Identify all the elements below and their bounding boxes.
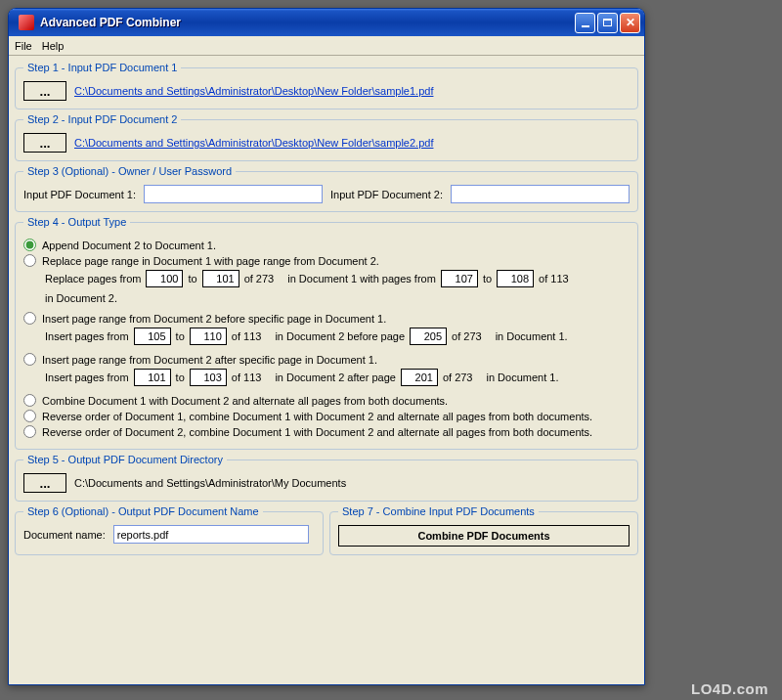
- radio-alternate[interactable]: [23, 394, 36, 407]
- step3-group: Step 3 (Optional) - Owner / User Passwor…: [15, 165, 638, 212]
- radio-reverse2-label: Reverse order of Document 2, combine Doc…: [42, 426, 592, 438]
- radio-reverse1-label: Reverse order of Document 1, combine Doc…: [42, 411, 592, 422]
- step5-path: C:\Documents and Settings\Administrator\…: [74, 477, 346, 489]
- window-title: Advanced PDF Combiner: [40, 16, 575, 29]
- ib-of2: of 273: [452, 330, 482, 342]
- step5-group: Step 5 - Output PDF Document Directory .…: [15, 454, 638, 502]
- radio-reverse2[interactable]: [23, 425, 36, 438]
- ia-mid: in Document 2 after page: [275, 372, 396, 383]
- step3-label1: Input PDF Document 1:: [23, 189, 136, 200]
- step6-group: Step 6 (Optional) - Output PDF Document …: [15, 505, 324, 555]
- step3-label2: Input PDF Document 2:: [330, 189, 443, 200]
- replace-prefix: Replace pages from: [45, 273, 141, 284]
- ia-from-input[interactable]: [134, 369, 171, 386]
- ib-page-input[interactable]: [410, 328, 447, 345]
- ia-of1: of 113: [232, 372, 262, 383]
- replace-from1-input[interactable]: [146, 270, 183, 287]
- replace-tail: in Document 2.: [45, 292, 117, 304]
- step7-legend: Step 7 - Combine Input PDF Documents: [338, 505, 539, 517]
- watermark: LO4D.com: [691, 680, 768, 697]
- radio-reverse1[interactable]: [23, 410, 36, 422]
- step2-legend: Step 2 - Input PDF Document 2: [23, 113, 181, 125]
- ib-tail: in Document 1.: [496, 330, 568, 342]
- replace-from2-input[interactable]: [441, 270, 478, 287]
- radio-replace[interactable]: [23, 254, 36, 267]
- client-area: Step 1 - Input PDF Document 1 ... C:\Doc…: [9, 56, 644, 684]
- radio-append-label: Append Document 2 to Document 1.: [42, 240, 216, 251]
- step4-group: Step 4 - Output Type Append Document 2 t…: [15, 216, 638, 450]
- docname-input[interactable]: [113, 525, 309, 544]
- step2-group: Step 2 - Input PDF Document 2 ... C:\Doc…: [15, 113, 638, 161]
- titlebar[interactable]: Advanced PDF Combiner ✕: [9, 9, 644, 36]
- ia-tail: in Document 1.: [487, 372, 559, 383]
- step3-password1-input[interactable]: [144, 185, 323, 203]
- replace-mid: in Document 1 with pages from: [287, 273, 436, 284]
- replace-of1: of 273: [244, 273, 275, 284]
- ia-page-input[interactable]: [401, 369, 438, 386]
- replace-to1-input[interactable]: [202, 270, 239, 287]
- step5-browse-button[interactable]: ...: [23, 473, 66, 493]
- step2-browse-button[interactable]: ...: [23, 133, 66, 153]
- menu-help[interactable]: Help: [42, 40, 65, 52]
- combine-button[interactable]: Combine PDF Documents: [338, 525, 630, 547]
- replace-to2-input[interactable]: [497, 270, 534, 287]
- step5-legend: Step 5 - Output PDF Document Directory: [23, 454, 227, 465]
- step3-legend: Step 3 (Optional) - Owner / User Passwor…: [23, 165, 236, 177]
- ib-prefix: Insert pages from: [45, 330, 129, 342]
- replace-to1: to: [188, 273, 196, 284]
- ib-to: to: [176, 330, 185, 342]
- step4-legend: Step 4 - Output Type: [23, 216, 130, 228]
- menu-file[interactable]: File: [15, 40, 32, 52]
- step3-password2-input[interactable]: [451, 185, 630, 203]
- step2-path-link[interactable]: C:\Documents and Settings\Administrator\…: [74, 137, 433, 149]
- maximize-icon: [603, 19, 612, 26]
- ib-of1: of 113: [232, 330, 262, 342]
- ia-of2: of 273: [443, 372, 473, 383]
- radio-append[interactable]: [23, 239, 36, 251]
- replace-of2: of 113: [539, 273, 569, 284]
- ib-to-input[interactable]: [190, 328, 227, 345]
- app-icon: [19, 15, 34, 30]
- radio-insert-after-label: Insert page range from Document 2 after …: [42, 354, 377, 366]
- app-window: Advanced PDF Combiner ✕ File Help Step 1…: [8, 8, 645, 685]
- ia-prefix: Insert pages from: [45, 372, 129, 383]
- ia-to-input[interactable]: [190, 369, 227, 386]
- close-icon: ✕: [626, 16, 635, 29]
- ia-to: to: [176, 372, 185, 383]
- step1-group: Step 1 - Input PDF Document 1 ... C:\Doc…: [15, 62, 638, 109]
- docname-label: Document name:: [23, 529, 106, 541]
- minimize-button[interactable]: [575, 13, 595, 33]
- step6-legend: Step 6 (Optional) - Output PDF Document …: [23, 505, 263, 517]
- step7-group: Step 7 - Combine Input PDF Documents Com…: [329, 505, 638, 555]
- radio-alternate-label: Combine Document 1 with Document 2 and a…: [42, 395, 448, 407]
- ib-mid: in Document 2 before page: [275, 330, 405, 342]
- ib-from-input[interactable]: [134, 328, 171, 345]
- radio-insert-after[interactable]: [23, 353, 36, 366]
- menubar: File Help: [9, 36, 644, 56]
- radio-insert-before[interactable]: [23, 312, 36, 325]
- maximize-button[interactable]: [597, 13, 618, 33]
- replace-to2: to: [483, 273, 492, 284]
- step1-path-link[interactable]: C:\Documents and Settings\Administrator\…: [74, 85, 433, 97]
- close-button[interactable]: ✕: [620, 13, 640, 33]
- minimize-icon: [582, 25, 589, 27]
- radio-insert-before-label: Insert page range from Document 2 before…: [42, 313, 386, 325]
- step1-legend: Step 1 - Input PDF Document 1: [23, 62, 181, 73]
- step1-browse-button[interactable]: ...: [23, 81, 66, 101]
- radio-replace-label: Replace page range in Document 1 with pa…: [42, 255, 379, 267]
